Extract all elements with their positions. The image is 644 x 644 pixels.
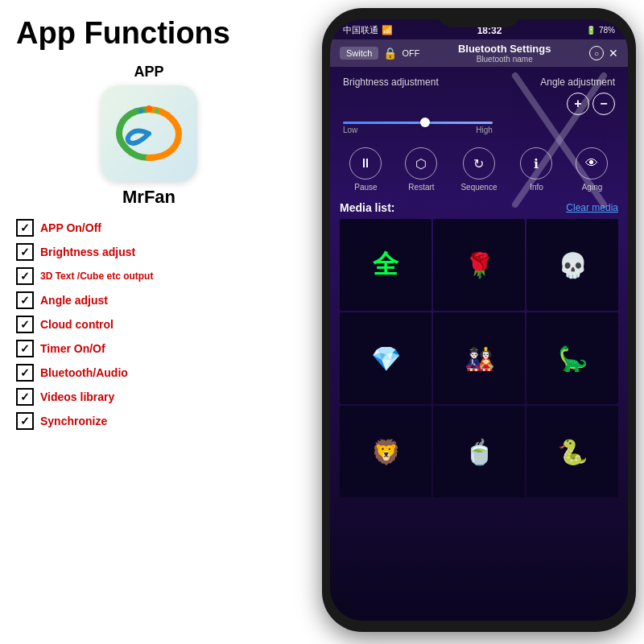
feature-item-5: Timer On/Of: [16, 340, 282, 357]
media-cell-4[interactable]: 🎎: [433, 312, 525, 404]
checkbox-3: [16, 291, 34, 309]
ctrl-btn-circle-2: ↻: [463, 147, 495, 180]
status-bar-right: 🔋 78%: [586, 26, 615, 35]
media-cell-6[interactable]: 🦁: [340, 406, 431, 497]
ctrl-btn-circle-1: ⬡: [405, 147, 437, 180]
phone-wrapper: 中国联通 📶 18:32 🔋 78% Switch 🔒 OFF Bluetoot…: [322, 8, 636, 632]
checkbox-6: [16, 364, 34, 382]
svg-point-0: [146, 105, 152, 112]
feature-text-7: Videos library: [40, 390, 114, 403]
media-cell-0[interactable]: 全: [340, 219, 431, 311]
feature-text-6: Bluetooth/Audio: [40, 366, 128, 379]
brightness-section: Brightness adjustment Angle adjustment +…: [330, 67, 628, 141]
bt-name: Bluetooth name: [458, 55, 551, 64]
carrier-text: 中国联通: [343, 24, 378, 36]
checkbox-1: [16, 243, 34, 261]
phone-screen: 中国联通 📶 18:32 🔋 78% Switch 🔒 OFF Bluetoot…: [330, 19, 628, 621]
feature-text-4: Cloud control: [40, 318, 114, 331]
battery-text: 78%: [599, 26, 615, 35]
slider-labels: Low High: [343, 126, 493, 134]
switch-button[interactable]: Switch: [340, 47, 378, 60]
feature-text-3: Angle adjust: [40, 294, 108, 307]
svg-point-2: [138, 109, 143, 114]
ctrl-btn-restart[interactable]: ⬡Restart: [405, 147, 437, 192]
brightness-slider-track: [343, 122, 493, 124]
app-section-label: APP: [16, 64, 282, 80]
brightness-slider-wrapper: Low High: [343, 122, 493, 134]
page-title: App Functions: [16, 16, 282, 51]
lock-icon: 🔒: [383, 47, 397, 60]
features-list: APP On/OffBrightness adjust3D Text /Cube…: [16, 219, 282, 430]
brightness-header-row: Brightness adjustment Angle adjustment +…: [343, 76, 615, 115]
checkbox-0: [16, 219, 34, 237]
media-cell-3[interactable]: 💎: [340, 312, 431, 404]
ctrl-btn-pause[interactable]: ⏸Pause: [349, 147, 382, 192]
feature-item-0: APP On/Off: [16, 219, 282, 237]
checkbox-5: [16, 340, 34, 357]
feature-item-1: Brightness adjust: [16, 243, 282, 261]
media-cell-5[interactable]: 🦕: [526, 312, 618, 404]
ctrl-btn-sequence[interactable]: ↻Sequence: [460, 147, 497, 192]
angle-label: Angle adjustment: [540, 76, 615, 88]
app-icon: [101, 85, 197, 182]
media-cell-8[interactable]: 🐍: [526, 406, 618, 497]
media-list-label: Media list:: [340, 201, 394, 214]
bt-bar-left: Switch 🔒 OFF: [340, 47, 419, 60]
status-bar-left: 中国联通 📶: [343, 24, 393, 36]
feature-text-5: Timer On/Of: [40, 342, 105, 355]
ctrl-btn-circle-0: ⏸: [349, 147, 382, 180]
media-cell-2[interactable]: 💀: [526, 219, 618, 311]
circle-btn[interactable]: ○: [589, 46, 604, 60]
feature-text-2: 3D Text /Cube etc output: [40, 270, 153, 282]
bt-info: Bluetooth Settings Bluetooth name: [458, 43, 551, 64]
brightness-slider-thumb[interactable]: [420, 118, 430, 127]
angle-section: Angle adjustment + −: [540, 76, 615, 115]
battery-icon: 🔋: [586, 26, 596, 35]
phone-device: 中国联通 📶 18:32 🔋 78% Switch 🔒 OFF Bluetoot…: [322, 8, 636, 632]
ctrl-btn-label-2: Sequence: [460, 183, 497, 192]
feature-item-4: Cloud control: [16, 316, 282, 333]
bt-bar-right: ○ ✕: [589, 46, 618, 60]
bluetooth-bar: Switch 🔒 OFF Bluetooth Settings Bluetoot…: [330, 39, 628, 67]
feature-text-8: Synchronize: [40, 415, 107, 427]
feature-text-1: Brightness adjust: [40, 246, 135, 258]
feature-item-6: Bluetooth/Audio: [16, 364, 282, 382]
feature-item-7: Videos library: [16, 388, 282, 406]
left-panel: App Functions APP MrFan APP On/OffBright…: [0, 0, 298, 644]
ctrl-btn-label-0: Pause: [354, 183, 377, 192]
checkbox-7: [16, 388, 34, 406]
bt-title: Bluetooth Settings: [458, 43, 551, 55]
feature-item-8: Synchronize: [16, 412, 282, 430]
wifi-icon: 📶: [382, 25, 393, 35]
x-close-btn[interactable]: ✕: [609, 47, 618, 60]
media-section: Media list: Clear media 全🌹💀💎🎎🦕🦁🍵🐍: [330, 195, 628, 501]
app-name: MrFan: [16, 187, 282, 208]
ctrl-btn-label-1: Restart: [408, 183, 434, 192]
checkbox-4: [16, 316, 34, 333]
media-grid: 全🌹💀💎🎎🦕🦁🍵🐍: [340, 219, 618, 497]
angle-controls: + −: [567, 93, 615, 115]
brightness-label: Brightness adjustment: [343, 76, 439, 88]
media-cell-7[interactable]: 🍵: [433, 406, 525, 497]
checkbox-2: [16, 267, 34, 285]
media-cell-1[interactable]: 🌹: [433, 219, 525, 311]
slider-low-label: Low: [343, 126, 357, 134]
feature-text-0: APP On/Off: [40, 221, 101, 234]
slider-high-label: High: [476, 126, 493, 134]
angle-minus-btn[interactable]: −: [592, 93, 615, 115]
checkbox-8: [16, 412, 34, 430]
phone-notch: [439, 8, 519, 27]
off-label: OFF: [402, 48, 419, 58]
angle-plus-btn[interactable]: +: [567, 93, 589, 115]
feature-item-2: 3D Text /Cube etc output: [16, 267, 282, 285]
svg-point-1: [155, 109, 159, 114]
feature-item-3: Angle adjust: [16, 291, 282, 309]
